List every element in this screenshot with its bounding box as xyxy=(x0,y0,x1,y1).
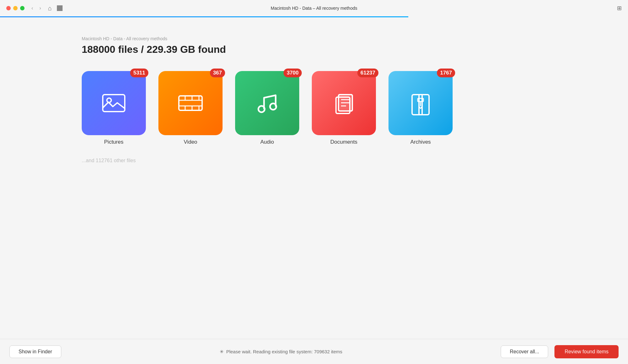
video-icon xyxy=(176,89,205,117)
bottom-bar: Show in Finder ✳ Please wait. Reading ex… xyxy=(0,339,628,364)
status-text: Please wait. Reading existing file syste… xyxy=(226,349,342,354)
pictures-card xyxy=(82,71,146,135)
video-label: Video xyxy=(184,139,197,145)
audio-badge: 3700 xyxy=(284,69,302,77)
status-area: ✳ Please wait. Reading existing file sys… xyxy=(68,349,494,355)
spinner-icon: ✳ xyxy=(220,349,224,355)
files-found-title: 188000 files / 229.39 GB found xyxy=(82,44,546,55)
category-documents[interactable]: 61237 Documents xyxy=(312,71,376,145)
archives-card-wrapper: 1767 xyxy=(388,71,453,135)
audio-card-wrapper: 3700 xyxy=(235,71,299,135)
svg-rect-0 xyxy=(103,95,125,112)
category-archives[interactable]: 1767 Archives xyxy=(388,71,453,145)
review-found-items-button[interactable]: Review found items xyxy=(554,345,619,358)
nav-buttons: ‹ › xyxy=(30,5,43,12)
titlebar: ‹ › ⌂ Macintosh HD - Data – All recovery… xyxy=(0,0,628,16)
documents-card xyxy=(312,71,376,135)
back-button[interactable]: ‹ xyxy=(30,5,35,12)
archives-icon xyxy=(406,89,435,117)
pictures-card-wrapper: 5311 xyxy=(82,71,146,135)
audio-label: Audio xyxy=(260,139,274,145)
close-button[interactable] xyxy=(6,6,11,10)
recover-all-button[interactable]: Recover all... xyxy=(501,345,548,358)
svg-point-1 xyxy=(107,98,111,102)
window-title: Macintosh HD - Data – All recovery metho… xyxy=(271,6,357,11)
documents-icon xyxy=(330,89,358,117)
pictures-badge: 5311 xyxy=(130,69,148,77)
documents-label: Documents xyxy=(330,139,357,145)
documents-badge: 61237 xyxy=(357,69,378,77)
main-content: Macintosh HD - Data - All recovery metho… xyxy=(0,17,628,163)
forward-button[interactable]: › xyxy=(37,5,43,12)
audio-icon xyxy=(253,89,281,117)
category-video[interactable]: 367 Video xyxy=(158,71,223,145)
layout-button[interactable]: ⊞ xyxy=(617,5,622,12)
video-card-wrapper: 367 xyxy=(158,71,223,135)
maximize-button[interactable] xyxy=(20,6,25,10)
documents-card-wrapper: 61237 xyxy=(312,71,376,135)
home-button[interactable]: ⌂ xyxy=(48,5,52,12)
archives-label: Archives xyxy=(410,139,431,145)
stop-button[interactable] xyxy=(57,5,63,11)
traffic-lights xyxy=(6,6,25,10)
category-pictures[interactable]: 5311 Pictures xyxy=(82,71,146,145)
other-files: ...and 112761 other files xyxy=(82,158,546,163)
archives-card xyxy=(388,71,453,135)
categories: 5311 Pictures xyxy=(82,71,546,145)
minimize-button[interactable] xyxy=(13,6,18,10)
breadcrumb: Macintosh HD - Data - All recovery metho… xyxy=(82,36,546,41)
archives-badge: 1767 xyxy=(437,69,455,77)
pictures-icon xyxy=(100,89,128,117)
category-audio[interactable]: 3700 Audio xyxy=(235,71,299,145)
pictures-label: Pictures xyxy=(104,139,123,145)
show-finder-button[interactable]: Show in Finder xyxy=(9,345,61,358)
audio-card xyxy=(235,71,299,135)
video-card xyxy=(158,71,223,135)
video-badge: 367 xyxy=(210,69,225,77)
